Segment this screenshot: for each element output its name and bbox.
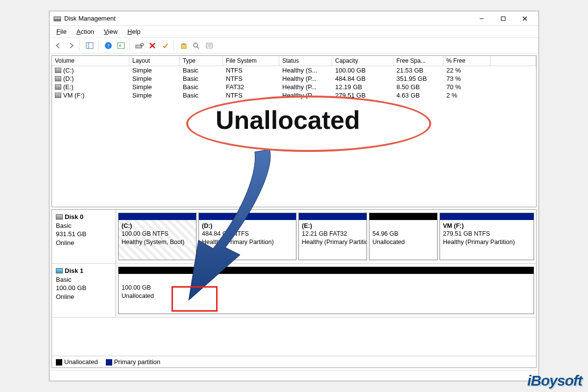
maximize-button[interactable] bbox=[492, 12, 514, 25]
action-button-1[interactable] bbox=[178, 40, 190, 51]
partition-d[interactable]: (D:) 484.84 GB NTFS Healthy (Primary Par… bbox=[198, 213, 296, 260]
svg-rect-3 bbox=[501, 17, 505, 21]
settings-button[interactable] bbox=[134, 40, 146, 51]
svg-point-12 bbox=[141, 43, 144, 46]
col-layout[interactable]: Layout bbox=[129, 56, 180, 66]
toolbar-separator bbox=[129, 40, 131, 51]
show-hide-tree-button[interactable] bbox=[84, 40, 96, 51]
menu-action[interactable]: Action bbox=[73, 27, 98, 36]
disk-info[interactable]: Disk 0 Basic 931.51 GB Online bbox=[52, 210, 116, 263]
drive-icon bbox=[55, 84, 61, 90]
volume-row[interactable]: (E:) Simple Basic FAT32 Healthy (P... 12… bbox=[52, 83, 536, 91]
volume-list[interactable]: Volume Layout Type File System Status Ca… bbox=[51, 55, 537, 207]
graphical-disk-view[interactable]: Disk 0 Basic 931.51 GB Online (C:) 100.0… bbox=[51, 209, 537, 368]
col-volume[interactable]: Volume bbox=[52, 56, 129, 66]
col-status[interactable]: Status bbox=[279, 56, 332, 66]
disk-icon bbox=[56, 268, 63, 273]
col-spacer bbox=[490, 56, 536, 66]
forward-button[interactable] bbox=[65, 40, 77, 51]
disk-icon bbox=[56, 214, 63, 220]
col-freespace[interactable]: Free Spa... bbox=[393, 56, 443, 66]
partition-unallocated[interactable]: 100.00 GB Unallocated bbox=[118, 267, 534, 314]
partition-e[interactable]: (E:) 12.21 GB FAT32 Healthy (Primary Par… bbox=[298, 213, 367, 260]
svg-rect-0 bbox=[54, 17, 61, 20]
action-button-3[interactable] bbox=[203, 40, 215, 51]
volume-row[interactable]: (D:) Simple Basic NTFS Healthy (P... 484… bbox=[52, 74, 536, 83]
delete-button[interactable] bbox=[147, 40, 158, 51]
menu-view[interactable]: View bbox=[100, 27, 122, 36]
minimize-button[interactable] bbox=[471, 12, 492, 25]
col-type[interactable]: Type bbox=[180, 56, 223, 66]
menu-help[interactable]: Help bbox=[123, 27, 145, 36]
partition-header bbox=[440, 213, 534, 220]
disk-management-window: Disk Management File Action View Help ? bbox=[49, 11, 539, 381]
properties-button[interactable] bbox=[159, 40, 171, 51]
toolbar: ? bbox=[49, 38, 539, 53]
refresh-button[interactable] bbox=[115, 40, 127, 51]
help-button[interactable]: ? bbox=[102, 40, 114, 51]
partition-f[interactable]: VM (F:) 279.51 GB NTFS Healthy (Primary … bbox=[440, 213, 534, 260]
toolbar-separator bbox=[98, 40, 100, 51]
back-button[interactable] bbox=[52, 40, 64, 51]
drive-icon bbox=[55, 68, 61, 73]
action-button-2[interactable] bbox=[191, 40, 202, 51]
disk-info[interactable]: Disk 1 Basic 100.00 GB Online bbox=[52, 264, 116, 317]
volume-row[interactable]: VM (F:) Simple Basic NTFS Healthy (P... … bbox=[52, 91, 536, 99]
toolbar-separator bbox=[173, 40, 175, 51]
content-area: Volume Layout Type File System Status Ca… bbox=[49, 53, 539, 370]
partition-header bbox=[299, 213, 367, 220]
partition-unallocated[interactable]: 54.96 GB Unallocated bbox=[369, 213, 438, 260]
partition-c[interactable]: (C:) 100.00 GB NTFS Healthy (System, Boo… bbox=[118, 213, 196, 260]
partition-header bbox=[119, 213, 196, 220]
close-button[interactable] bbox=[514, 12, 536, 25]
svg-rect-18 bbox=[206, 43, 212, 48]
svg-rect-10 bbox=[118, 43, 124, 49]
col-filesystem[interactable]: File System bbox=[223, 56, 279, 66]
partition-bar: 100.00 GB Unallocated bbox=[116, 264, 536, 317]
titlebar[interactable]: Disk Management bbox=[49, 11, 539, 26]
disk-row: Disk 1 Basic 100.00 GB Online 100.00 GB … bbox=[52, 264, 536, 318]
disk-row: Disk 0 Basic 931.51 GB Online (C:) 100.0… bbox=[52, 210, 536, 264]
menubar: File Action View Help bbox=[49, 26, 539, 38]
svg-rect-15 bbox=[181, 44, 186, 49]
svg-line-17 bbox=[197, 47, 199, 49]
col-pctfree[interactable]: % Free bbox=[443, 56, 490, 66]
partition-header bbox=[199, 213, 296, 220]
svg-rect-1 bbox=[54, 20, 61, 21]
menu-file[interactable]: File bbox=[52, 27, 71, 36]
toolbar-separator bbox=[79, 40, 81, 51]
partition-header bbox=[369, 213, 437, 220]
app-icon bbox=[53, 15, 61, 23]
svg-point-16 bbox=[194, 43, 197, 47]
svg-text:?: ? bbox=[107, 43, 110, 49]
drive-icon bbox=[55, 93, 61, 98]
legend-swatch-primary bbox=[106, 359, 112, 366]
legend-swatch-unallocated bbox=[56, 359, 62, 366]
volume-list-header: Volume Layout Type File System Status Ca… bbox=[52, 56, 536, 66]
col-capacity[interactable]: Capacity bbox=[332, 56, 393, 66]
watermark: iBoysoft bbox=[527, 372, 582, 389]
statusbar bbox=[49, 370, 539, 381]
legend: Unallocated Primary partition bbox=[52, 356, 536, 368]
partition-bar: (C:) 100.00 GB NTFS Healthy (System, Boo… bbox=[116, 210, 536, 263]
svg-rect-6 bbox=[86, 43, 93, 49]
volume-row[interactable]: (C:) Simple Basic NTFS Healthy (S... 100… bbox=[52, 66, 536, 74]
drive-icon bbox=[55, 76, 61, 81]
window-title: Disk Management bbox=[64, 15, 471, 22]
partition-header bbox=[119, 267, 534, 274]
